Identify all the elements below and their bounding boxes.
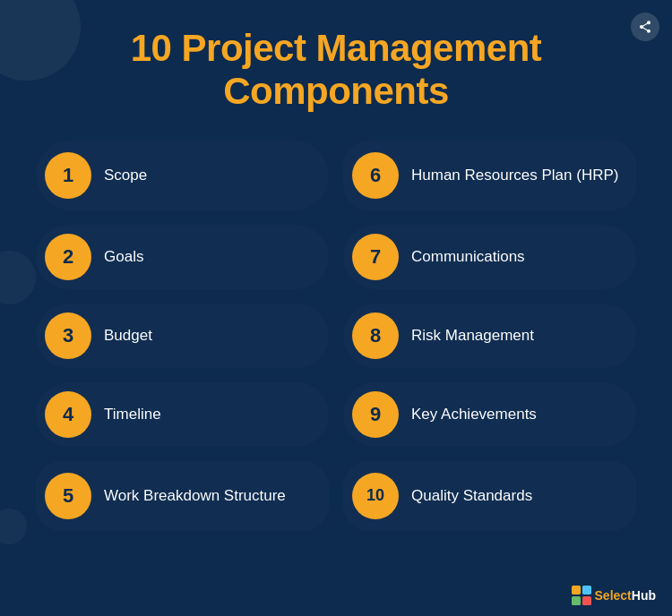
selecthub-logo: SelectHub xyxy=(572,586,656,605)
number-badge: 6 xyxy=(352,152,399,199)
item-label: Key Achievements xyxy=(411,405,537,424)
list-item: 5Work Breakdown Structure xyxy=(36,461,329,531)
list-item: 8Risk Management xyxy=(343,304,636,368)
list-item: 9Key Achievements xyxy=(343,382,636,447)
item-label: Timeline xyxy=(104,405,161,424)
number-badge: 1 xyxy=(45,152,91,199)
svg-rect-1 xyxy=(582,586,590,595)
list-item: 3Budget xyxy=(36,304,329,368)
logo-icon xyxy=(572,586,591,605)
list-item: 10Quality Standards xyxy=(343,461,636,531)
number-badge: 4 xyxy=(45,391,91,438)
item-label: Human Resources Plan (HRP) xyxy=(411,166,618,185)
number-badge: 10 xyxy=(352,473,399,519)
list-item: 4Timeline xyxy=(36,382,329,447)
svg-rect-0 xyxy=(572,586,581,595)
svg-rect-3 xyxy=(582,596,590,605)
number-badge: 3 xyxy=(45,312,91,359)
list-item: 2Goals xyxy=(36,225,329,289)
list-item: 7Communications xyxy=(343,225,636,289)
page-title: 10 Project Management Components xyxy=(18,27,654,114)
item-label: Quality Standards xyxy=(411,486,532,506)
number-badge: 8 xyxy=(352,312,399,359)
number-badge: 9 xyxy=(352,391,399,438)
logo-text: SelectHub xyxy=(595,588,656,603)
item-label: Communications xyxy=(411,247,525,267)
number-badge: 5 xyxy=(45,473,91,519)
number-badge: 7 xyxy=(352,234,399,280)
title-section: 10 Project Management Components xyxy=(0,0,672,132)
items-grid: 1Scope6Human Resources Plan (HRP)2Goals7… xyxy=(0,132,672,540)
number-badge: 2 xyxy=(45,234,91,280)
background: 10 Project Management Components 1Scope6… xyxy=(0,0,672,616)
list-item: 1Scope xyxy=(36,141,329,210)
item-label: Scope xyxy=(104,166,147,185)
item-label: Goals xyxy=(104,247,143,267)
list-item: 6Human Resources Plan (HRP) xyxy=(343,141,636,210)
item-label: Budget xyxy=(104,326,152,346)
item-label: Work Breakdown Structure xyxy=(104,486,286,506)
share-icon[interactable] xyxy=(631,13,659,41)
svg-rect-2 xyxy=(572,596,581,605)
item-label: Risk Management xyxy=(411,326,534,346)
